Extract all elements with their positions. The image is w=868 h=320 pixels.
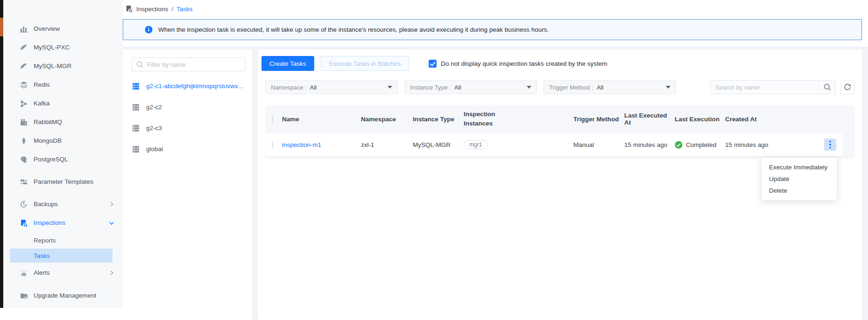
refresh-icon bbox=[844, 83, 851, 91]
hide-quick-tasks-label: Do not display quick inspection tasks cr… bbox=[441, 60, 607, 67]
hide-quick-tasks-checkbox[interactable] bbox=[429, 60, 437, 68]
column-header-last-execution: Last Execution bbox=[675, 116, 725, 123]
cluster-list: g2-c1-abcdefghijklmnopqrstuvwx... g2-c2 … bbox=[123, 76, 252, 160]
sidebar-item-backups[interactable]: Backups bbox=[3, 195, 122, 214]
column-header-trigger-method: Trigger Method bbox=[573, 116, 624, 123]
sidebar-item-parameter-templates[interactable]: Parameter Templates bbox=[3, 169, 122, 195]
row-actions-menu: Execute Immediately Update Delete bbox=[761, 157, 837, 201]
header-band: Inspections / Tasks When the inspection … bbox=[123, 0, 868, 47]
check-circle-icon bbox=[675, 141, 683, 149]
backup-icon bbox=[20, 201, 28, 209]
table-row: inspection-m1 zxl-1 MySQL-MGR mgr1 Manua… bbox=[265, 133, 842, 156]
row-checkbox[interactable] bbox=[272, 141, 273, 149]
sidebar-item-mongodb[interactable]: MongoDB bbox=[3, 132, 122, 150]
cluster-panel: g2-c1-abcdefghijklmnopqrstuvwx... g2-c2 … bbox=[123, 49, 252, 320]
table-header: Name Namespace Instance Type Inspection … bbox=[265, 105, 854, 133]
sidebar-item-overview[interactable]: Overview bbox=[3, 20, 122, 38]
cluster-item-global[interactable]: global bbox=[123, 139, 252, 160]
hide-quick-tasks-option: Do not display quick inspection tasks cr… bbox=[429, 60, 607, 68]
elephant-icon bbox=[20, 156, 28, 164]
layers-icon bbox=[20, 81, 28, 89]
breadcrumb-separator: / bbox=[171, 6, 173, 13]
folder-gear-icon bbox=[20, 292, 28, 300]
server-icon bbox=[132, 103, 140, 111]
column-header-instance-type: Instance Type bbox=[413, 116, 464, 123]
cell-namespace: zxl-1 bbox=[361, 141, 413, 148]
sidebar-item-redis[interactable]: Redis bbox=[3, 76, 122, 94]
column-header-created-at: Created At bbox=[725, 116, 795, 123]
row-actions-button[interactable] bbox=[824, 139, 836, 151]
cell-last-executed-at: 15 minutes ago bbox=[624, 141, 675, 148]
dolphin-icon bbox=[20, 44, 28, 52]
cell-created-at: 15 minutes ago bbox=[725, 141, 795, 148]
cell-trigger-method: Manual bbox=[573, 141, 624, 148]
select-all-checkbox[interactable] bbox=[272, 115, 273, 123]
cluster-filter-input[interactable] bbox=[147, 61, 240, 68]
left-edge-orange-marker bbox=[0, 18, 3, 36]
status-badge: Completed bbox=[675, 141, 725, 149]
trigger-method-dropdown[interactable]: Trigger Method : All bbox=[543, 80, 676, 94]
search-input[interactable] bbox=[715, 84, 819, 91]
inspection-icon bbox=[126, 5, 133, 13]
create-tasks-button[interactable]: Create Tasks bbox=[261, 56, 314, 71]
execute-batches-button[interactable]: Execute Tasks in Batches bbox=[321, 56, 409, 71]
task-name-link[interactable]: inspection-m1 bbox=[282, 141, 321, 148]
toolbar: Create Tasks Execute Tasks in Batches Do… bbox=[261, 56, 607, 71]
sidebar: Overview MySQL-PXC MySQL-MGR Redis Kafka… bbox=[3, 0, 122, 308]
bar-chart-icon bbox=[20, 25, 28, 33]
content-area: Inspections / Tasks When the inspection … bbox=[123, 0, 868, 320]
breadcrumb-section[interactable]: Inspections bbox=[136, 6, 168, 13]
server-icon bbox=[132, 124, 140, 132]
cluster-item-g2-c1[interactable]: g2-c1-abcdefghijklmnopqrstuvwx... bbox=[123, 76, 252, 97]
namespace-dropdown[interactable]: Namespace : All bbox=[265, 80, 398, 94]
caret-down-icon bbox=[388, 86, 392, 89]
menu-item-delete[interactable]: Delete bbox=[762, 185, 837, 196]
column-header-namespace: Namespace bbox=[361, 116, 413, 123]
caret-down-icon bbox=[666, 86, 670, 89]
sidebar-item-postgresql[interactable]: PostgreSQL bbox=[3, 150, 122, 169]
inspection-icon bbox=[20, 219, 28, 227]
chevron-right-icon bbox=[109, 202, 114, 207]
search-icon[interactable] bbox=[819, 81, 835, 94]
cluster-item-g2-c2[interactable]: g2-c2 bbox=[123, 97, 252, 118]
breadcrumb-current[interactable]: Tasks bbox=[176, 6, 193, 13]
filters-row: Namespace : All Instance Type : All Trig… bbox=[265, 80, 854, 94]
instance-badge: mgr1 bbox=[464, 140, 487, 149]
refresh-button[interactable] bbox=[840, 80, 854, 94]
column-header-last-executed-at: Last Executed At bbox=[624, 112, 675, 126]
tasks-table: Name Namespace Instance Type Inspection … bbox=[265, 105, 854, 159]
sidebar-item-upgrade-management[interactable]: Upgrade Management bbox=[3, 283, 122, 309]
search-field bbox=[710, 80, 836, 94]
info-banner-text: When the inspection task is executed, it… bbox=[158, 26, 549, 33]
server-icon bbox=[132, 82, 140, 90]
menu-item-execute-immediately[interactable]: Execute Immediately bbox=[762, 161, 837, 173]
alarm-icon bbox=[20, 269, 28, 277]
left-edge-strip bbox=[0, 0, 3, 308]
sidebar-item-reports[interactable]: Reports bbox=[3, 232, 122, 248]
app-window: Overview MySQL-PXC MySQL-MGR Redis Kafka… bbox=[0, 0, 868, 320]
sidebar-item-kafka[interactable]: Kafka bbox=[3, 94, 122, 113]
cell-instance-type: MySQL-MGR bbox=[413, 141, 464, 148]
sidebar-item-alerts[interactable]: Alerts bbox=[3, 263, 122, 283]
chevron-right-icon bbox=[109, 270, 114, 276]
instance-type-dropdown[interactable]: Instance Type : All bbox=[404, 80, 537, 94]
rabbit-icon bbox=[20, 118, 28, 126]
leaf-icon bbox=[20, 137, 28, 145]
caret-down-icon bbox=[527, 86, 531, 89]
breadcrumb: Inspections / Tasks bbox=[126, 5, 193, 13]
sidebar-item-rabbitmq[interactable]: RabbitMQ bbox=[3, 113, 122, 132]
menu-item-update[interactable]: Update bbox=[762, 173, 837, 185]
parameter-icon bbox=[20, 178, 28, 186]
sidebar-item-tasks-highlight: Tasks bbox=[10, 249, 113, 263]
search-icon bbox=[136, 61, 143, 68]
cluster-item-g2-c3[interactable]: g2-c3 bbox=[123, 118, 252, 139]
column-header-name: Name bbox=[282, 116, 361, 123]
kafka-icon bbox=[20, 100, 28, 108]
info-icon bbox=[145, 26, 153, 34]
chevron-down-icon bbox=[109, 220, 114, 226]
sidebar-item-inspections[interactable]: Inspections bbox=[3, 214, 122, 232]
sidebar-item-tasks[interactable]: Tasks bbox=[3, 248, 122, 263]
sidebar-item-mysql-mgr[interactable]: MySQL-MGR bbox=[3, 57, 122, 76]
info-banner: When the inspection task is executed, it… bbox=[123, 19, 862, 40]
sidebar-item-mysql-pxc[interactable]: MySQL-PXC bbox=[3, 38, 122, 57]
